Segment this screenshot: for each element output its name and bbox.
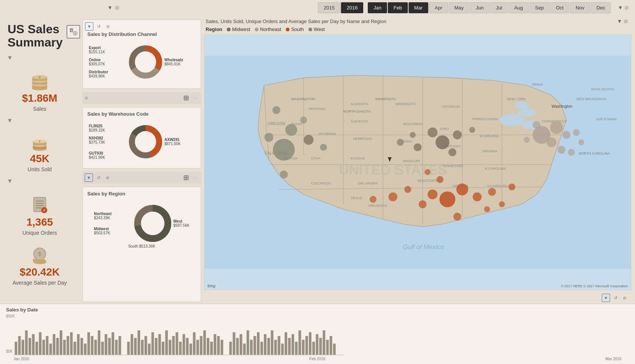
svg-text:Gulf of Maine: Gulf of Maine (596, 117, 617, 121)
svg-point-3 (74, 33, 76, 34)
dist-online-label: Online $305.07K (89, 58, 127, 66)
svg-rect-146 (36, 342, 38, 355)
dist-clear-btn[interactable]: ⊘ (104, 23, 112, 30)
west-label: West (314, 26, 325, 32)
year-2016-btn[interactable]: 2016 (341, 2, 363, 13)
svg-point-130 (533, 121, 541, 129)
svg-rect-207 (257, 332, 260, 355)
region-expand-btn[interactable]: ⊞ (182, 174, 190, 181)
svg-point-97 (273, 106, 280, 114)
x-label-mar: Mar 2016 (606, 357, 621, 361)
south-label: South (291, 26, 304, 32)
dist-donut-chart (127, 43, 164, 81)
month-mar-btn[interactable]: Mar (409, 2, 428, 13)
svg-rect-212 (274, 340, 277, 355)
svg-point-116 (488, 188, 496, 196)
wh-more-btn[interactable]: ··· (191, 94, 199, 102)
map-clear-btn[interactable]: ⊘ (621, 294, 628, 302)
sales-filter-icon[interactable]: ▼ (7, 54, 13, 61)
month-oct-btn[interactable]: Oct (550, 2, 569, 13)
dist-reset-btn[interactable]: ↺ (95, 23, 102, 30)
svg-point-104 (427, 127, 437, 137)
svg-rect-198 (221, 340, 223, 355)
northeast-dot (255, 28, 259, 31)
month-dec-btn[interactable]: Dec (591, 2, 611, 13)
map-container[interactable]: Gulf of Mexico (204, 34, 631, 290)
year-2015-btn[interactable]: 2015 (318, 2, 340, 13)
svg-point-120 (508, 183, 515, 190)
center-panels: ▼ ↺ ⊘ Sales by Distribution Channel Expo… (79, 15, 204, 304)
svg-rect-172 (131, 334, 133, 355)
svg-rect-173 (134, 338, 137, 355)
region-toolbar-bar: ▼ ↺ ⊘ ⊞ ··· (82, 172, 201, 184)
region-reset-btn[interactable]: ↺ (94, 174, 102, 181)
orders-label: Unique Orders (22, 230, 57, 236)
region-legend: Region Midwest Northeast South West (204, 26, 631, 32)
map-watermark: © 2017 HERE © 2017 Microsoft Corporation (561, 284, 628, 288)
south-dot (286, 28, 290, 31)
region-labels-right: West $597.56K (173, 219, 190, 228)
svg-rect-158 (77, 334, 80, 355)
svg-rect-163 (94, 340, 97, 355)
region-filter-btn[interactable]: ▼ (85, 173, 93, 182)
midwest-label: Midwest (232, 26, 250, 32)
wh-expand-btn[interactable]: ⊞ (182, 94, 190, 102)
main-content: US Sales Summary $ ▼ (0, 15, 635, 304)
svg-rect-219 (299, 330, 301, 355)
svg-point-105 (453, 130, 462, 139)
svg-rect-223 (312, 342, 315, 355)
month-feb-btn[interactable]: Feb (388, 2, 407, 13)
map-filter-btn[interactable]: ▼ (602, 294, 610, 302)
svg-rect-191 (197, 340, 199, 355)
month-jul-btn[interactable]: Jul (490, 2, 508, 13)
wh-nxh382-label: NXH382 $375.73K (89, 136, 127, 144)
svg-rect-201 (236, 338, 239, 355)
orders-filter-icon[interactable]: ▼ (7, 178, 13, 184)
x-label-feb: Feb 2016 (309, 357, 325, 361)
svg-rect-226 (323, 330, 325, 355)
month-jan-btn[interactable]: Jan (368, 2, 387, 13)
svg-point-108 (410, 132, 416, 138)
month-sep-btn[interactable]: Sep (530, 2, 550, 13)
svg-rect-182 (165, 330, 168, 355)
svg-point-124 (424, 169, 431, 175)
svg-rect-184 (172, 336, 175, 355)
svg-text:MINNESOTA: MINNESOTA (376, 97, 396, 101)
dist-filter-btn[interactable]: ▼ (85, 22, 93, 31)
svg-point-125 (499, 201, 505, 208)
month-jun-btn[interactable]: Jun (470, 2, 489, 13)
month-may-btn[interactable]: May (449, 2, 469, 13)
dist-labels-left: Export $155.11K Online $305.07K Distribu… (89, 46, 127, 78)
title-area: US Sales Summary $ (4, 23, 76, 49)
svg-rect-196 (214, 334, 216, 355)
bar-axis: Jan 2016 Feb 2016 Mar 2016 (6, 357, 629, 361)
svg-text:KANSAS: KANSAS (351, 156, 365, 160)
month-nov-btn[interactable]: Nov (570, 2, 590, 13)
region-clear-btn[interactable]: ⊘ (104, 174, 111, 181)
svg-rect-157 (74, 342, 76, 355)
month-apr-btn[interactable]: Apr (429, 2, 448, 13)
svg-text:OHIO: OHIO (440, 127, 449, 131)
svg-text:$: $ (38, 251, 41, 257)
svg-point-132 (573, 129, 580, 136)
region-labels-left: Northeast $243.39K Midwest $503.57K (94, 212, 132, 235)
svg-point-127 (550, 121, 563, 134)
warehouse-toolbar-bar: ≡ ⊞ ··· (82, 92, 201, 104)
map-reset-btn[interactable]: ↺ (612, 294, 619, 302)
region-more-btn[interactable]: ··· (191, 174, 199, 181)
units-filter-icon[interactable]: ▼ (7, 117, 13, 124)
svg-rect-177 (148, 344, 150, 355)
svg-point-121 (484, 206, 490, 212)
units-value: 45K (30, 153, 49, 165)
svg-rect-169 (115, 340, 118, 355)
svg-text:S.CAROLINA: S.CAROLINA (487, 184, 508, 188)
right-filter-icon: ▼ (618, 5, 623, 11)
coin-stack-icon: $ (30, 73, 49, 91)
month-aug-btn[interactable]: Aug (508, 2, 528, 13)
page-title: US Sales Summary (4, 23, 63, 49)
svg-point-101 (280, 170, 288, 178)
svg-rect-150 (49, 344, 52, 355)
svg-text:MINNESOTA: MINNESOTA (395, 102, 416, 106)
svg-text:N.DAKOTA: N.DAKOTA (351, 102, 369, 106)
svg-rect-213 (278, 336, 280, 355)
